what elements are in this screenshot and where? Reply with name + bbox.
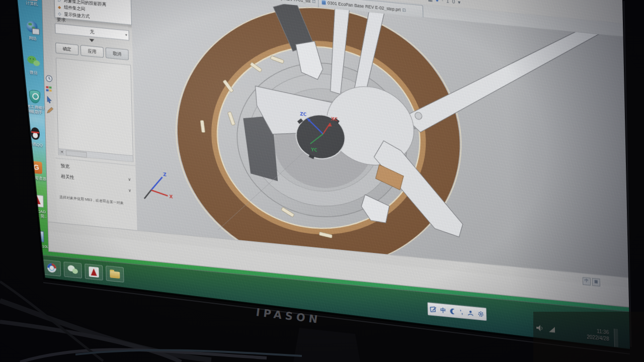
network-globe-icon xyxy=(25,20,40,36)
chevron-down-icon: ▾ xyxy=(125,33,127,37)
wechat-icon xyxy=(68,265,78,275)
z-axis-label: Z xyxy=(163,172,167,177)
projected-distance-icon: ▱ xyxy=(57,0,62,3)
scrollbar-thumb[interactable] xyxy=(66,150,87,158)
start-button[interactable] xyxy=(23,256,38,273)
scroll-left-arrow[interactable]: ◄ xyxy=(59,149,64,154)
part-file-icon xyxy=(321,0,326,5)
folder-icon xyxy=(110,269,120,279)
graphics-viewport[interactable]: ZC XC YC Z X xyxy=(131,0,633,278)
xc-axis-label: XC xyxy=(331,117,338,122)
ime-chinese-mode-icon[interactable]: 中 xyxy=(440,306,446,314)
chevron-icon: ∨ xyxy=(128,188,131,193)
selection-cursor-icon[interactable] xyxy=(46,96,53,104)
component-sets-icon: ◆ xyxy=(57,5,62,10)
ime-soft-keyboard-icon[interactable] xyxy=(467,310,474,316)
grid2-icon[interactable]: ▦ xyxy=(428,0,436,3)
preview-section[interactable]: 预览 xyxy=(60,160,69,170)
zc-axis-label: ZC xyxy=(300,112,307,117)
autocad-icon xyxy=(89,266,99,278)
taskbar-autocad-button[interactable] xyxy=(85,263,103,281)
3d-model[interactable]: ZC XC YC xyxy=(131,0,633,278)
roles-palette-icon[interactable] xyxy=(45,85,53,94)
pin-icon[interactable]: ⊡ xyxy=(402,7,406,13)
dialog-buttons: 确定 应用 取消 xyxy=(55,43,131,60)
wechat-icon xyxy=(26,54,41,70)
requirement-dropdown[interactable]: 无 ▾ xyxy=(55,23,129,40)
yc-axis-label: YC xyxy=(310,147,317,152)
cancel-button[interactable]: 取消 xyxy=(106,47,129,60)
view-orientation-triad[interactable]: Z X xyxy=(139,168,176,207)
show-desktop-button[interactable] xyxy=(614,329,618,347)
apply-button[interactable]: 应用 xyxy=(80,45,104,58)
photo-background: 计算机 网络 微信 xyxy=(0,0,644,362)
pencil-icon[interactable] xyxy=(46,106,53,115)
dialog-collapse-arrow[interactable] xyxy=(89,39,94,42)
bank-shield-icon xyxy=(27,89,42,105)
book-icon xyxy=(31,228,45,243)
ime-fullwidth-moon-icon[interactable] xyxy=(449,308,456,315)
shortcuts-icon: ◇ xyxy=(57,12,62,17)
scale-value[interactable]: 10 xyxy=(446,0,458,5)
monitor-screen: 计算机 网络 微信 xyxy=(10,0,636,362)
ok-button[interactable]: 确定 xyxy=(55,43,78,56)
ime-chinese-indicator-icon[interactable]: 中 xyxy=(583,277,591,286)
taskbar-wechat-button[interactable] xyxy=(63,261,82,279)
foxit-reader-icon: G xyxy=(29,160,44,175)
dot-icon: · xyxy=(442,0,447,4)
ime-settings-gear-icon[interactable] xyxy=(477,310,484,317)
browser-icon xyxy=(46,262,57,274)
horizontal-scrollbar[interactable]: ◄ xyxy=(59,148,133,161)
dropdown-arrow-icon[interactable]: ▾ xyxy=(458,0,463,6)
taskbar-browser-button[interactable] xyxy=(43,259,61,277)
chevron-icon: ∨ xyxy=(128,177,131,183)
taskbar-clock[interactable]: 11:36 2022/4/28 xyxy=(587,327,609,342)
network-status-icon[interactable] xyxy=(548,325,556,333)
status-prompt: 选择对象并使用 MB3，或者双击某一对象 xyxy=(59,195,144,208)
ime-pen-icon[interactable] xyxy=(430,306,436,313)
keyboard-indicator-icon[interactable]: ▦ xyxy=(592,278,600,287)
x-axis-label: X xyxy=(169,194,173,200)
taskbar-folder-button[interactable] xyxy=(106,265,124,283)
measure-dialog-rail: ▭屏幕距离 》长度 ∩半径 ⊖直径 ~点在曲线上 ↔对象集之间 ▱对象集之间的投… xyxy=(51,0,138,230)
speaker-icon[interactable] xyxy=(536,324,544,332)
requirement-label: 要求 xyxy=(57,17,66,24)
autocad-icon xyxy=(30,193,44,209)
sphere-icon[interactable]: ● xyxy=(436,0,442,4)
statusbar-ime-indicators: 中▦ xyxy=(581,275,600,287)
ime-punctuation-icon[interactable]: ’, xyxy=(460,309,463,315)
pin-icon[interactable]: ⊡ xyxy=(312,0,315,4)
history-clock-icon[interactable] xyxy=(45,74,53,83)
relativity-section[interactable]: 相关性 ∨ xyxy=(61,170,131,187)
qq-penguin-icon xyxy=(28,126,43,142)
dialog-list-panel[interactable]: ◄ xyxy=(56,58,133,162)
